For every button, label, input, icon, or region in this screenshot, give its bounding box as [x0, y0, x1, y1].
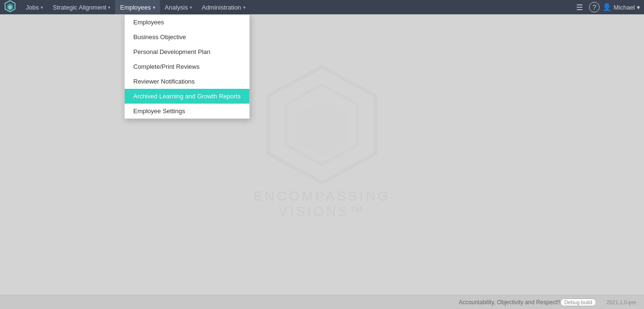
chevron-down-icon: ▾ [108, 5, 110, 10]
footer-tagline: Accountability, Objectivity and Respect!… [459, 299, 560, 306]
nav-right: ☰ ? 👤 Michael ▾ [573, 0, 640, 14]
nav-employees[interactable]: Employees ▾ [115, 0, 160, 14]
dropdown-item-business-objective[interactable]: Business Objective [125, 30, 249, 44]
chevron-down-icon: ▾ [243, 5, 246, 10]
dropdown-item-employees[interactable]: Employees [125, 15, 249, 30]
navbar: Jobs ▾ Strategic Alignment ▾ Employees ▾… [0, 0, 644, 14]
hamburger-icon[interactable]: ☰ [573, 0, 586, 14]
dropdown-item-archived-learning[interactable]: Archived Learning and Growth Reports [125, 89, 249, 104]
nav-jobs[interactable]: Jobs ▾ [21, 0, 48, 14]
dropdown-item-complete-print-reviews[interactable]: Complete/Print Reviews [125, 59, 249, 74]
dropdown-item-employee-settings[interactable]: Employee Settings [125, 104, 249, 118]
watermark: ENCOMPASSING VISIONS™ [254, 58, 391, 219]
nav-administration[interactable]: Administration ▾ [197, 0, 250, 14]
chevron-down-icon: ▾ [190, 5, 192, 10]
nav-items: Jobs ▾ Strategic Alignment ▾ Employees ▾… [21, 0, 573, 14]
user-menu[interactable]: 👤 Michael ▾ [602, 3, 640, 11]
nav-strategic-alignment[interactable]: Strategic Alignment ▾ [48, 0, 115, 14]
footer-debug-badge: Debug build [560, 298, 596, 306]
watermark-line2: VISIONS™ [254, 204, 391, 219]
chevron-down-icon: ▾ [153, 5, 155, 10]
footer-version: 2021.1.0-pre [607, 299, 636, 305]
footer: Accountability, Objectivity and Respect!… [0, 295, 644, 309]
nav-analysis[interactable]: Analysis ▾ [160, 0, 197, 14]
employees-dropdown: Employees Business Objective Personal De… [124, 14, 250, 119]
help-icon[interactable]: ? [589, 2, 600, 12]
chevron-down-icon: ▾ [637, 4, 640, 11]
chevron-down-icon: ▾ [41, 5, 43, 10]
svg-marker-5 [298, 100, 347, 156]
main-content: ENCOMPASSING VISIONS™ [0, 14, 644, 295]
user-icon: 👤 [602, 3, 612, 11]
dropdown-item-reviewer-notifications[interactable]: Reviewer Notifications [125, 74, 249, 89]
dropdown-item-personal-development-plan[interactable]: Personal Development Plan [125, 44, 249, 59]
logo[interactable] [4, 0, 21, 14]
